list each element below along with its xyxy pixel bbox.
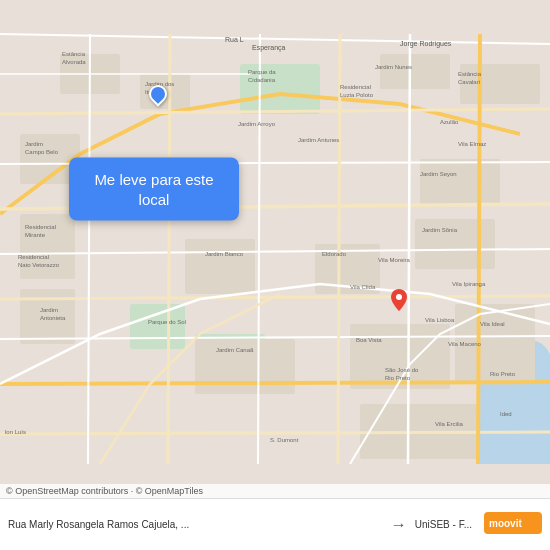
svg-text:Rua L: Rua L: [225, 36, 244, 43]
svg-text:Jorge Rodrigues: Jorge Rodrigues: [400, 40, 452, 48]
svg-text:Cidadania: Cidadania: [248, 77, 276, 83]
svg-text:moovit: moovit: [489, 518, 522, 529]
destination-label: UniSEB - F...: [415, 519, 472, 530]
svg-text:Estância: Estância: [62, 51, 86, 57]
map-container[interactable]: Rua L Esperança Jorge Rodrigues Estância…: [0, 0, 550, 498]
direction-arrow: →: [391, 516, 407, 534]
svg-text:Campo Belo: Campo Belo: [25, 149, 59, 155]
svg-text:Vila Lisboa: Vila Lisboa: [425, 317, 455, 323]
svg-text:Luzia Poloto: Luzia Poloto: [340, 92, 374, 98]
svg-rect-12: [185, 239, 255, 294]
svg-text:Jardim Nunes: Jardim Nunes: [375, 64, 412, 70]
svg-text:Jardim Seyon: Jardim Seyon: [420, 171, 457, 177]
svg-line-29: [0, 432, 550, 434]
svg-text:Boa Vista: Boa Vista: [356, 337, 382, 343]
svg-text:Residencial: Residencial: [340, 84, 371, 90]
svg-text:Ided: Ided: [500, 411, 512, 417]
svg-text:Mirante: Mirante: [25, 232, 46, 238]
svg-line-33: [338, 34, 340, 464]
svg-text:Jardim Antunes: Jardim Antunes: [298, 137, 339, 143]
moovit-logo-svg: moovit: [484, 512, 542, 534]
svg-text:Nato Vetorazzo: Nato Vetorazzo: [18, 262, 60, 268]
svg-text:Vila Clida: Vila Clida: [350, 284, 376, 290]
svg-rect-10: [420, 159, 500, 204]
svg-rect-6: [380, 54, 450, 89]
svg-text:Residencial: Residencial: [18, 254, 49, 260]
navigate-button[interactable]: Me leve para este local: [69, 158, 239, 221]
map-svg: Rua L Esperança Jorge Rodrigues Estância…: [0, 0, 550, 498]
svg-text:lon Luís: lon Luís: [5, 429, 26, 435]
svg-point-83: [396, 294, 402, 300]
svg-text:Jardim: Jardim: [40, 307, 58, 313]
svg-text:Parque da: Parque da: [248, 69, 276, 75]
origin-label: Rua Marly Rosangela Ramos Cajuela, ...: [8, 519, 383, 530]
svg-text:Cavalari: Cavalari: [458, 79, 480, 85]
svg-text:Jardim Arroyo: Jardim Arroyo: [238, 121, 276, 127]
svg-text:Vila Ipiranga: Vila Ipiranga: [452, 281, 486, 287]
svg-text:Vila Elmaz: Vila Elmaz: [458, 141, 486, 147]
svg-line-31: [168, 34, 170, 464]
map-attribution: © OpenStreetMap contributors · © OpenMap…: [0, 484, 550, 498]
svg-text:Residencial: Residencial: [25, 224, 56, 230]
svg-text:Rio Preto: Rio Preto: [385, 375, 411, 381]
svg-text:Antonieta: Antonieta: [40, 315, 66, 321]
svg-text:Vila Moreira: Vila Moreira: [378, 257, 411, 263]
svg-line-28: [0, 382, 550, 384]
svg-text:Esperança: Esperança: [252, 44, 286, 52]
svg-text:Estância: Estância: [458, 71, 482, 77]
svg-text:Parque do Sol: Parque do Sol: [148, 319, 186, 325]
svg-rect-2: [130, 304, 185, 349]
svg-text:São José do: São José do: [385, 367, 419, 373]
svg-text:Jardim Sônia: Jardim Sônia: [422, 227, 458, 233]
bottom-bar: Rua Marly Rosangela Ramos Cajuela, ... →…: [0, 498, 550, 550]
moovit-logo: moovit: [484, 512, 542, 538]
svg-text:Vila Ercilia: Vila Ercilia: [435, 421, 464, 427]
svg-text:Rio Preto: Rio Preto: [490, 371, 516, 377]
svg-line-35: [478, 34, 480, 464]
svg-text:Jardim: Jardim: [25, 141, 43, 147]
svg-text:Jardim Bianco: Jardim Bianco: [205, 251, 244, 257]
svg-text:Jardim Canaã: Jardim Canaã: [216, 347, 254, 353]
svg-text:Vila Ideal: Vila Ideal: [480, 321, 505, 327]
svg-text:Vila Maceno: Vila Maceno: [448, 341, 482, 347]
destination-pin: [391, 289, 407, 311]
svg-text:Azulão: Azulão: [440, 119, 459, 125]
svg-text:Alvorada: Alvorada: [62, 59, 86, 65]
app: Rua L Esperança Jorge Rodrigues Estância…: [0, 0, 550, 550]
svg-text:S. Dumont: S. Dumont: [270, 437, 299, 443]
svg-text:Eldorado: Eldorado: [322, 251, 347, 257]
attribution-text: © OpenStreetMap contributors · © OpenMap…: [6, 486, 203, 496]
